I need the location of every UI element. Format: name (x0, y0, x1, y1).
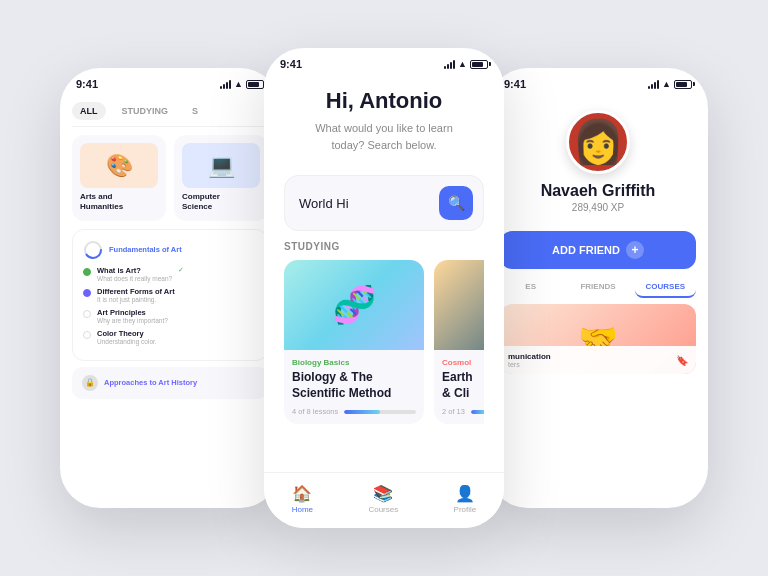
greeting-section: Hi, Antonio What would you like to learn… (284, 74, 484, 165)
status-icons-left: ▲ (220, 79, 264, 89)
profile-name: Navaeh Griffith (541, 182, 656, 200)
add-friend-button[interactable]: ADD FRIEND + (500, 231, 696, 269)
bio-progress-bar (344, 410, 416, 414)
cosmo-lessons-text: 2 of 13 (442, 407, 465, 416)
cosmo-progress-bar (471, 410, 484, 414)
phone-center: 9:41 ▲ Hi, Antonio What would you like t… (264, 48, 504, 528)
course-thumb-sub: ters (508, 361, 551, 368)
profile-tab-es[interactable]: ES (500, 277, 561, 298)
home-icon: 🏠 (292, 484, 312, 503)
greeting-title: Hi, Antonio (284, 88, 484, 114)
nav-courses[interactable]: 📚 Courses (368, 484, 398, 514)
tab-bar-left[interactable]: ALL STUDYING S (72, 102, 268, 127)
arts-card-title: Arts andHumanities (80, 192, 158, 213)
tab-all[interactable]: ALL (72, 102, 106, 120)
right-phone-content: 👩 Navaeh Griffith 289,490 XP ADD FRIEND … (488, 94, 708, 374)
lesson-sub-3: Why are they important? (97, 317, 168, 324)
avatar-illustration: 👩 (572, 121, 624, 163)
time-right: 9:41 (504, 78, 526, 90)
lesson-dot-3 (83, 310, 91, 318)
lesson-sub-2: It is not just painting. (97, 296, 175, 303)
battery-icon-right (674, 80, 692, 89)
course-card-cs[interactable]: 💻 ComputerScience (174, 135, 268, 221)
progress-ring-icon (83, 240, 103, 260)
status-bar-right: 9:41 ▲ (488, 68, 708, 94)
lock-icon: 🔒 (82, 375, 98, 391)
cs-card-title: ComputerScience (182, 192, 260, 213)
bio-title: Biology & TheScientific Method (292, 370, 416, 401)
profile-section: 👩 Navaeh Griffith 289,490 XP (500, 94, 696, 223)
lesson-dot-completed (83, 268, 91, 276)
battery-icon-left (246, 80, 264, 89)
time-center: 9:41 (280, 58, 302, 70)
courses-icon: 📚 (373, 484, 393, 503)
plus-icon: + (626, 241, 644, 259)
lesson-item-3[interactable]: Art Principles Why are they important? (83, 308, 257, 324)
lesson-item-4[interactable]: Color Theory Understanding color. (83, 329, 257, 345)
bottom-nav: 🏠 Home 📚 Courses 👤 Profile (264, 472, 504, 528)
profile-tab-courses[interactable]: COURSES (635, 277, 696, 298)
nav-home[interactable]: 🏠 Home (292, 484, 313, 514)
status-icons-center: ▲ (444, 59, 488, 69)
lesson-dot-4 (83, 331, 91, 339)
cosmo-card-image: 🌍 (434, 260, 484, 350)
avatar: 👩 (566, 110, 630, 174)
bio-card-image: 🧬 (284, 260, 424, 350)
add-friend-label: ADD FRIEND (552, 244, 620, 256)
cosmo-title: Earth& Cli (442, 370, 484, 401)
search-bar[interactable]: World Hi 🔍 (284, 175, 484, 231)
course-cards-row: 🎨 Arts andHumanities 💻 ComputerScience (72, 135, 268, 221)
section-name: Fundamentals of Art (109, 245, 182, 254)
phone-left: 9:41 ▲ ALL STUDYING S 🎨 Ar (60, 68, 280, 508)
locked-section[interactable]: 🔒 Approaches to Art History (72, 367, 268, 399)
battery-icon-center (470, 60, 488, 69)
time-left: 9:41 (76, 78, 98, 90)
bio-lessons-text: 4 of 8 lessons (292, 407, 338, 416)
center-content: Hi, Antonio What would you like to learn… (264, 74, 504, 424)
greeting-subtitle: What would you like to learntoday? Searc… (284, 120, 484, 153)
cosmo-category: Cosmol (442, 358, 484, 367)
profile-tabs[interactable]: ES FRIENDS COURSES (500, 277, 696, 298)
lesson-title-2: Different Forms of Art (97, 287, 175, 296)
wifi-icon-left: ▲ (234, 79, 243, 89)
study-card-cosmo[interactable]: 🌍 Cosmol Earth& Cli 2 of 13 (434, 260, 484, 424)
signal-icon-center (444, 60, 455, 69)
studying-cards: 🧬 Biology Basics Biology & TheScientific… (284, 260, 484, 424)
lesson-dot-active (83, 289, 91, 297)
search-icon: 🔍 (448, 195, 465, 211)
course-thumb-title: munication (508, 352, 551, 361)
arts-card-image: 🎨 (80, 143, 158, 188)
bookmark-icon[interactable]: 🔖 (676, 355, 688, 366)
lesson-item-1[interactable]: What is Art? What does it really mean? ✓ (83, 266, 257, 282)
profile-tab-friends[interactable]: FRIENDS (567, 277, 628, 298)
status-bar-center: 9:41 ▲ (264, 48, 504, 74)
study-card-bio[interactable]: 🧬 Biology Basics Biology & TheScientific… (284, 260, 424, 424)
cs-card-image: 💻 (182, 143, 260, 188)
home-label: Home (292, 505, 313, 514)
lesson-sub-1: What does it really mean? (97, 275, 172, 282)
signal-icon-right (648, 80, 659, 89)
nav-profile[interactable]: 👤 Profile (454, 484, 477, 514)
wifi-icon-right: ▲ (662, 79, 671, 89)
tab-s[interactable]: S (184, 102, 206, 120)
search-input[interactable]: World Hi (299, 196, 439, 211)
lesson-title-4: Color Theory (97, 329, 157, 338)
locked-text: Approaches to Art History (104, 378, 197, 387)
bio-category: Biology Basics (292, 358, 416, 367)
bio-progress-fill (344, 410, 380, 414)
lesson-title-1: What is Art? (97, 266, 172, 275)
lesson-title-3: Art Principles (97, 308, 168, 317)
courses-label: Courses (368, 505, 398, 514)
phone-right: 9:41 ▲ 👩 Navaeh Griffith 289,490 XP ADD … (488, 68, 708, 508)
profile-label: Profile (454, 505, 477, 514)
tab-studying[interactable]: STUDYING (114, 102, 177, 120)
lesson-section: Fundamentals of Art What is Art? What do… (72, 229, 268, 361)
search-button[interactable]: 🔍 (439, 186, 473, 220)
course-card-arts[interactable]: 🎨 Arts andHumanities (72, 135, 166, 221)
status-icons-right: ▲ (648, 79, 692, 89)
course-thumbnail[interactable]: 🤝 munication ters 🔖 (500, 304, 696, 374)
status-bar-left: 9:41 ▲ (60, 68, 280, 94)
lesson-item-2[interactable]: Different Forms of Art It is not just pa… (83, 287, 257, 303)
signal-icon-left (220, 80, 231, 89)
lesson-section-header: Fundamentals of Art (83, 240, 257, 260)
